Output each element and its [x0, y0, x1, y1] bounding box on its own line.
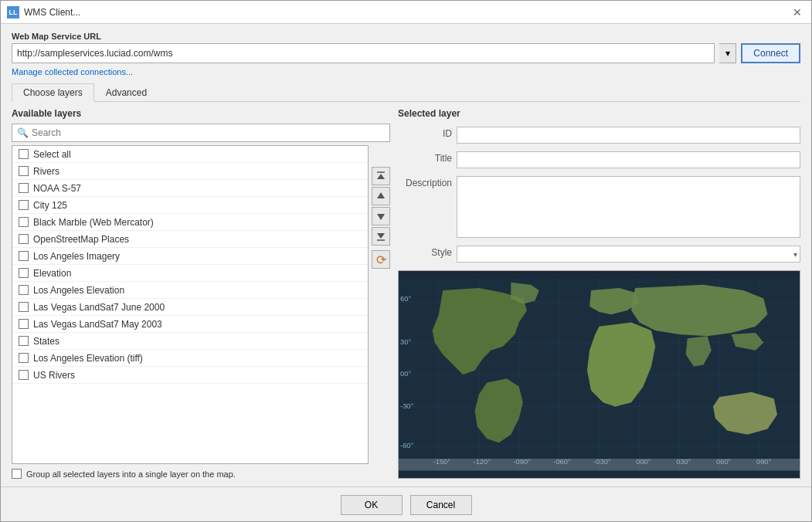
title-field-row: Title	[398, 151, 800, 168]
layer-name: Los Angeles Elevation	[33, 285, 124, 296]
app-icon: LL	[7, 6, 19, 19]
svg-text:-30°: -30°	[400, 402, 413, 410]
svg-marker-5	[377, 233, 385, 239]
cancel-button[interactable]: Cancel	[410, 495, 472, 515]
url-section-label: Web Map Service URL	[12, 32, 800, 41]
layer-name: States	[33, 336, 59, 347]
list-item[interactable]: Elevation	[12, 265, 368, 282]
bottom-buttons: OK Cancel	[1, 486, 811, 521]
move-bottom-button[interactable]	[372, 227, 390, 246]
layer-checkbox[interactable]	[19, 268, 29, 278]
move-up-button[interactable]	[372, 187, 390, 205]
layer-name: US Rivers	[33, 370, 75, 381]
layer-checkbox[interactable]	[19, 353, 29, 363]
layer-name: Las Vegas LandSat7 June 2000	[33, 302, 165, 313]
tab-bar: Choose layers Advanced	[12, 83, 800, 102]
list-item[interactable]: Las Vegas LandSat7 May 2003	[12, 316, 368, 333]
list-item[interactable]: US Rivers	[12, 367, 368, 384]
svg-marker-2	[377, 192, 385, 198]
style-label: Style	[398, 246, 452, 258]
selected-layer-title: Selected layer	[398, 108, 800, 119]
layer-checkbox[interactable]	[19, 302, 29, 312]
group-checkbox-row: Group all selected layers into a single …	[12, 469, 390, 479]
group-checkbox[interactable]	[12, 469, 22, 479]
style-select[interactable]	[457, 246, 800, 263]
svg-marker-3	[377, 214, 385, 220]
list-item[interactable]: Los Angeles Elevation	[12, 282, 368, 299]
list-item[interactable]: Black Marble (Web Mercator)	[12, 214, 368, 231]
layer-name: Los Angeles Elevation (tiff)	[33, 353, 143, 364]
layer-checkbox[interactable]	[19, 183, 29, 193]
map-preview: 60° 30° 00° -30° -60° -150° -120° -090° …	[398, 270, 800, 479]
layer-controls: ⟳	[372, 145, 390, 464]
list-item[interactable]: Las Vegas LandSat7 June 2000	[12, 299, 368, 316]
list-item[interactable]: OpenStreetMap Places	[12, 231, 368, 248]
close-button[interactable]: ✕	[790, 5, 805, 20]
layer-name: Black Marble (Web Mercator)	[33, 217, 154, 228]
layer-name: Los Angeles Imagery	[33, 251, 120, 262]
title-label: Title	[398, 151, 452, 164]
search-box: 🔍	[12, 124, 390, 142]
svg-text:30°: 30°	[400, 338, 411, 346]
svg-text:00°: 00°	[400, 370, 411, 378]
list-item[interactable]: Rivers	[12, 163, 368, 180]
layer-name: Rivers	[33, 166, 59, 177]
layer-checkbox[interactable]	[19, 166, 29, 176]
title-bar-left: LL WMS Client...	[7, 6, 80, 19]
title-input[interactable]	[457, 151, 800, 168]
ok-button[interactable]: OK	[341, 495, 403, 515]
left-panel: Available layers 🔍 Select all Rivers NOA…	[12, 108, 390, 479]
layer-checkbox[interactable]	[19, 149, 29, 159]
list-item[interactable]: Los Angeles Imagery	[12, 248, 368, 265]
layer-checkbox[interactable]	[19, 234, 29, 244]
layer-name: City 125	[33, 200, 67, 211]
layer-checkbox[interactable]	[19, 319, 29, 329]
url-row: ▾ Connect	[12, 43, 800, 63]
refresh-button[interactable]: ⟳	[372, 250, 390, 269]
list-item[interactable]: Select all	[12, 146, 368, 163]
search-input[interactable]	[32, 127, 385, 138]
layers-list: Select all Rivers NOAA S-57 City 125 Bla…	[12, 145, 369, 464]
description-textarea[interactable]	[457, 176, 800, 238]
connect-button[interactable]: Connect	[741, 43, 800, 63]
layer-name: Select all	[33, 149, 71, 160]
layer-checkbox[interactable]	[19, 251, 29, 261]
group-checkbox-label: Group all selected layers into a single …	[26, 469, 236, 479]
available-layers-title: Available layers	[12, 108, 390, 119]
style-select-wrapper: ▾	[457, 246, 800, 263]
layer-checkbox[interactable]	[19, 336, 29, 346]
url-section: Web Map Service URL ▾ Connect Manage col…	[12, 32, 800, 77]
main-content: Web Map Service URL ▾ Connect Manage col…	[1, 24, 811, 486]
wms-client-window: LL WMS Client... ✕ Web Map Service URL ▾…	[0, 0, 812, 522]
layer-checkbox[interactable]	[19, 370, 29, 380]
id-label: ID	[398, 127, 452, 139]
description-label: Description	[398, 176, 452, 188]
manage-connections-link[interactable]: Manage collected connections...	[12, 67, 133, 76]
list-item[interactable]: Los Angeles Elevation (tiff)	[12, 350, 368, 367]
layer-checkbox[interactable]	[19, 285, 29, 295]
url-input[interactable]	[12, 43, 715, 63]
layer-name: OpenStreetMap Places	[33, 234, 129, 245]
id-input[interactable]	[457, 127, 800, 144]
window-title: WMS Client...	[24, 7, 80, 18]
tab-choose-layers[interactable]: Choose layers	[12, 83, 94, 102]
search-icon: 🔍	[17, 127, 29, 138]
svg-text:-60°: -60°	[400, 442, 413, 449]
layer-name: Elevation	[33, 268, 71, 279]
layer-name: Las Vegas LandSat7 May 2003	[33, 319, 162, 330]
list-item[interactable]: States	[12, 333, 368, 350]
tab-advanced[interactable]: Advanced	[94, 83, 158, 102]
right-panel: Selected layer ID Title Description Styl…	[398, 108, 800, 479]
description-field-row: Description	[398, 176, 800, 238]
svg-marker-1	[377, 174, 385, 179]
id-field-row: ID	[398, 127, 800, 144]
move-down-button[interactable]	[372, 207, 390, 225]
url-dropdown-button[interactable]: ▾	[719, 43, 736, 63]
list-item[interactable]: NOAA S-57	[12, 180, 368, 197]
layer-checkbox[interactable]	[19, 217, 29, 227]
layer-name: NOAA S-57	[33, 183, 81, 194]
layer-checkbox[interactable]	[19, 200, 29, 210]
move-top-button[interactable]	[372, 167, 390, 185]
list-item[interactable]: City 125	[12, 197, 368, 214]
title-bar: LL WMS Client... ✕	[1, 1, 811, 24]
